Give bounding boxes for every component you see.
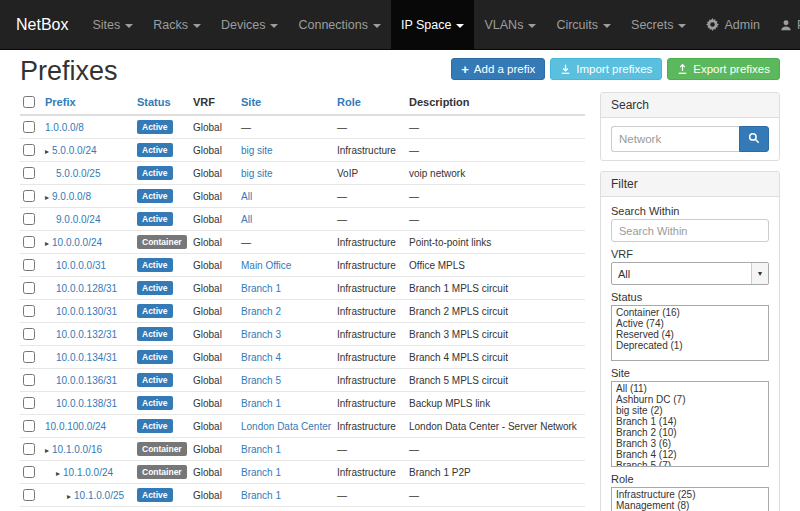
search-within-input[interactable] [611,219,769,242]
select-all-checkbox[interactable] [23,96,35,108]
filter-option[interactable]: Management (8) [612,500,768,511]
search-input[interactable] [611,126,739,152]
column-header-role[interactable]: Role [334,92,406,115]
brand[interactable]: NetBox [8,0,82,49]
column-header-prefix[interactable]: Prefix [42,92,134,115]
filter-option[interactable]: Reserved (4) [612,329,768,340]
prefix-link[interactable]: 10.0.0.134/31 [56,352,117,363]
admin-link[interactable]: Admin [696,0,769,49]
vrf-select[interactable]: All ▾ [611,262,769,285]
filter-option[interactable]: Branch 1 (14) [612,416,768,427]
nav-item-ip-space[interactable]: IP Space [391,0,475,49]
site-link[interactable]: Branch 4 [241,352,281,363]
site-link[interactable]: Branch 1 [241,444,281,455]
filter-option[interactable]: Deprecated (1) [612,340,768,351]
row-checkbox[interactable] [23,213,35,225]
nav-item-label: Devices [221,18,265,32]
nav-item-circuits[interactable]: Circuits [546,0,621,49]
prefix-link[interactable]: 10.1.0.0/25 [74,490,124,501]
vrf-cell: Global [190,461,238,484]
filter-option[interactable]: big site (2) [612,405,768,416]
filter-option[interactable]: Infrastructure (25) [612,489,768,500]
description-cell: Branch 5 MPLS circuit [406,369,585,392]
site-link[interactable]: Branch 5 [241,375,281,386]
filter-option[interactable]: Branch 3 (6) [612,438,768,449]
prefix-link[interactable]: 10.0.100.0/24 [45,421,106,432]
prefix-link[interactable]: 1.0.0.0/8 [45,122,84,133]
prefix-link[interactable]: 10.1.0.0/24 [63,467,113,478]
row-checkbox[interactable] [23,259,35,271]
prefix-link[interactable]: 10.0.0.0/31 [56,260,106,271]
nav-item-devices[interactable]: Devices [211,0,288,49]
profile-link[interactable]: Profile [770,0,800,49]
nav-item-connections[interactable]: Connections [288,0,391,49]
row-checkbox[interactable] [23,236,35,248]
checkbox-cell [20,162,42,185]
column-header-site[interactable]: Site [238,92,334,115]
nav-item-secrets[interactable]: Secrets [621,0,696,49]
row-checkbox[interactable] [23,144,35,156]
prefix-link[interactable]: 10.0.0.128/31 [56,283,117,294]
prefix-link[interactable]: 5.0.0.0/24 [52,145,96,156]
row-checkbox[interactable] [23,420,35,432]
prefix-link[interactable]: 9.0.0.0/24 [56,214,100,225]
site-link[interactable]: Branch 1 [241,490,281,501]
status-cell: Active [134,392,190,415]
nav-item-sites[interactable]: Sites [82,0,143,49]
prefix-link[interactable]: 10.1.0.0/16 [52,444,102,455]
site-link[interactable]: big site [241,168,273,179]
role-cell: Infrastructure [334,461,406,484]
row-checkbox[interactable] [23,282,35,294]
import-prefixes-button[interactable]: Import prefixes [550,58,662,80]
nav-item-vlans[interactable]: VLANs [474,0,546,49]
filter-status-list[interactable]: Container (16)Active (74)Reserved (4)Dep… [611,305,769,361]
prefix-link[interactable]: 5.0.0.0/25 [56,168,100,179]
prefix-link[interactable]: 9.0.0.0/8 [52,191,91,202]
site-link[interactable]: All [241,214,252,225]
nav-item-racks[interactable]: Racks [143,0,211,49]
row-checkbox[interactable] [23,121,35,133]
site-link[interactable]: Branch 1 [241,283,281,294]
row-checkbox[interactable] [23,374,35,386]
row-checkbox[interactable] [23,489,35,501]
row-checkbox[interactable] [23,167,35,179]
filter-option[interactable]: Branch 5 (7) [612,460,768,467]
row-checkbox[interactable] [23,305,35,317]
row-checkbox[interactable] [23,397,35,409]
filter-option[interactable]: All (11) [612,383,768,394]
filter-option[interactable]: Active (74) [612,318,768,329]
site-link[interactable]: Branch 2 [241,306,281,317]
row-checkbox[interactable] [23,190,35,202]
filter-option[interactable]: Container (16) [612,307,768,318]
prefix-link[interactable]: 10.0.0.130/31 [56,306,117,317]
row-checkbox[interactable] [23,443,35,455]
site-link[interactable]: London Data Center [241,421,331,432]
site-link[interactable]: Branch 3 [241,329,281,340]
vrf-cell: Global [190,254,238,277]
filter-option[interactable]: Branch 2 (10) [612,427,768,438]
prefix-link[interactable]: 10.0.0.132/31 [56,329,117,340]
add-a-prefix-button[interactable]: +Add a prefix [451,58,545,80]
search-button[interactable] [739,126,769,152]
site-link[interactable]: big site [241,145,273,156]
filter-site-list[interactable]: All (11)Ashburn DC (7)big site (2)Branch… [611,381,769,467]
export-prefixes-button[interactable]: Export prefixes [667,58,780,80]
status-cell: Active [134,346,190,369]
column-header-status[interactable]: Status [134,92,190,115]
row-checkbox[interactable] [23,466,35,478]
row-checkbox[interactable] [23,328,35,340]
prefix-link[interactable]: 10.0.0.0/24 [52,237,102,248]
site-link[interactable]: Main Office [241,260,291,271]
site-link[interactable]: All [241,191,252,202]
prefix-link[interactable]: 10.0.0.138/31 [56,398,117,409]
site-link[interactable]: Branch 1 [241,467,281,478]
filter-role-list[interactable]: Infrastructure (25)Management (8)Private… [611,487,769,511]
filter-option[interactable]: Branch 4 (12) [612,449,768,460]
filter-option[interactable]: Ashburn DC (7) [612,394,768,405]
prefix-table-body: 1.0.0.0/8ActiveGlobal———▸5.0.0.0/24Activ… [20,115,585,511]
row-checkbox[interactable] [23,351,35,363]
prefix-link[interactable]: 10.0.0.136/31 [56,375,117,386]
vrf-label: VRF [611,248,769,260]
site-link[interactable]: Branch 1 [241,398,281,409]
table-row: 9.0.0.0/24ActiveGlobalAll—— [20,208,585,231]
